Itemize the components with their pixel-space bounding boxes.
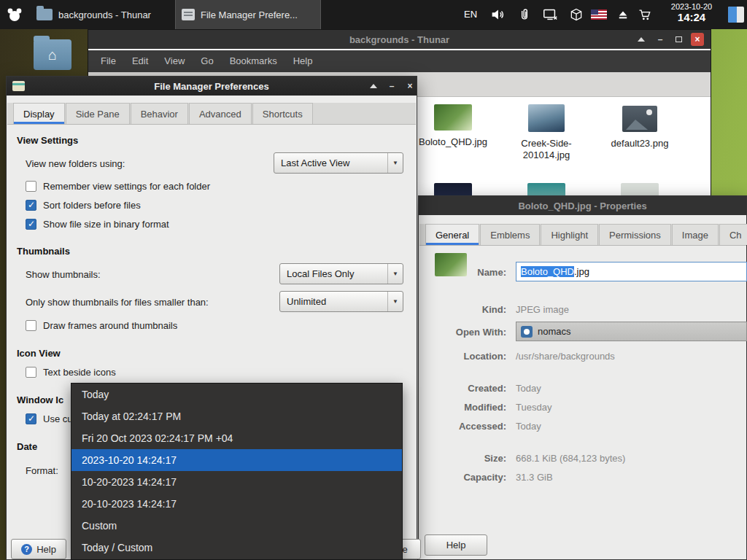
- file-item[interactable]: Creek-Side-201014.jpg: [506, 104, 587, 162]
- use-custom-checkbox[interactable]: Use cu: [26, 413, 72, 424]
- kind-label: Kind:: [426, 304, 506, 315]
- menu-item-iso-date[interactable]: 2023-10-20 14:24:17: [71, 449, 402, 471]
- preferences-titlebar[interactable]: File Manager Preferences – ×: [7, 77, 417, 96]
- menu-item-today[interactable]: Today: [71, 384, 402, 405]
- thunar-menubar: File Edit View Go Bookmarks Help: [88, 50, 711, 72]
- checkbox-icon[interactable]: [26, 181, 36, 192]
- properties-help-button[interactable]: Help: [425, 534, 487, 556]
- tab-highlight[interactable]: Highlight: [541, 224, 598, 245]
- tab-permissions[interactable]: Permissions: [599, 224, 671, 245]
- modified-value: Tuesday: [516, 402, 551, 413]
- open-with-dropdown[interactable]: nomacs: [516, 322, 747, 341]
- capacity-label: Capacity:: [426, 472, 506, 483]
- tab-emblems[interactable]: Emblems: [480, 224, 540, 245]
- show-thumbnails-dropdown[interactable]: Local Files Only: [279, 263, 403, 284]
- thunar-titlebar[interactable]: backgrounds - Thunar – ×: [88, 30, 711, 49]
- properties-titlebar[interactable]: Boloto_QHD.jpg - Properties: [419, 196, 746, 215]
- location-label: Location:: [426, 351, 506, 362]
- keyboard-layout-indicator[interactable]: EN: [460, 0, 481, 29]
- clock-time: 14:24: [678, 11, 705, 23]
- icon-view-heading: Icon View: [17, 348, 61, 359]
- menu-item-ddmmyyyy[interactable]: 20-10-2023 14:24:17: [71, 493, 402, 515]
- name-entry[interactable]: Boloto_QHD.jpg: [516, 262, 747, 281]
- tab-image[interactable]: Image: [672, 224, 719, 245]
- menu-view[interactable]: View: [156, 50, 193, 72]
- checkbox-icon[interactable]: [26, 219, 36, 230]
- location-value: /usr/share/backgrounds: [516, 351, 615, 362]
- window-icon: [182, 9, 195, 20]
- thumbnails-heading: Thumbnails: [17, 246, 70, 257]
- clipboard-paperclip-icon[interactable]: [516, 6, 533, 23]
- minimize-button[interactable]: –: [654, 33, 667, 46]
- maximize-button[interactable]: [672, 33, 685, 46]
- checkbox-icon[interactable]: [26, 320, 36, 331]
- close-button[interactable]: ×: [403, 79, 417, 93]
- properties-dialog: Boloto_QHD.jpg - Properties General Embl…: [418, 195, 747, 560]
- applications-menu-button[interactable]: [6, 6, 23, 23]
- clock-date: 2023-10-20: [671, 2, 712, 11]
- menu-item-mmddyyyy[interactable]: 10-20-2023 14:24:17: [71, 471, 402, 493]
- tab-side-pane[interactable]: Side Pane: [66, 103, 130, 124]
- help-question-icon: ?: [21, 544, 32, 555]
- file-thumbnail: [622, 106, 657, 132]
- eject-icon[interactable]: [614, 6, 632, 23]
- clock[interactable]: 2023-10-20 14:24: [660, 2, 723, 23]
- preferences-help-button[interactable]: ? Help: [11, 539, 66, 559]
- file-name: Creek-Side-201014.jpg: [514, 138, 578, 162]
- tab-advanced[interactable]: Advanced: [189, 103, 252, 124]
- whisker-menu-icon: [6, 6, 23, 23]
- menu-file[interactable]: File: [93, 50, 124, 72]
- new-folders-dropdown[interactable]: Last Active View: [274, 152, 403, 174]
- volume-icon[interactable]: [489, 6, 506, 23]
- created-value: Today: [516, 383, 541, 394]
- close-button[interactable]: ×: [691, 33, 704, 46]
- file-name: default23.png: [602, 138, 678, 149]
- draw-frames-checkbox[interactable]: Draw frames around thumbnails: [26, 320, 177, 331]
- checkbox-icon[interactable]: [26, 200, 36, 211]
- sort-folders-checkbox[interactable]: Sort folders before files: [26, 200, 141, 211]
- display-icon[interactable]: [541, 6, 559, 23]
- thumbnails-size-dropdown[interactable]: Unlimited: [279, 291, 403, 312]
- menu-item-today-custom[interactable]: Today / Custom: [71, 537, 402, 559]
- tab-truncated[interactable]: Ch: [719, 224, 747, 245]
- desktop-home-folder-icon[interactable]: ⌂: [34, 39, 71, 70]
- menu-help[interactable]: Help: [285, 50, 321, 72]
- shade-button[interactable]: [367, 79, 380, 93]
- name-label: Name:: [426, 267, 506, 278]
- tab-shortcuts[interactable]: Shortcuts: [252, 103, 313, 124]
- folder-icon: [36, 9, 53, 20]
- tab-behavior[interactable]: Behavior: [131, 103, 188, 124]
- size-value: 668.1 KiB (684,123 bytes): [516, 453, 625, 464]
- chevron-down-icon: [387, 264, 403, 284]
- shade-button[interactable]: [635, 33, 648, 46]
- us-flag-icon[interactable]: [591, 9, 607, 20]
- menu-item-today-at[interactable]: Today at 02:24:17 PM: [71, 405, 402, 427]
- binary-size-checkbox[interactable]: Show file size in binary format: [26, 219, 169, 230]
- name-extension: .jpg: [574, 266, 589, 277]
- accessed-value: Today: [516, 421, 541, 432]
- window-icons-heading: Window Ic: [17, 394, 63, 405]
- package-icon[interactable]: [568, 6, 585, 23]
- menu-go[interactable]: Go: [193, 50, 221, 72]
- checkbox-icon[interactable]: [26, 367, 36, 378]
- preferences-window-icon: [12, 81, 25, 91]
- minimize-button[interactable]: –: [385, 79, 398, 93]
- menu-item-custom[interactable]: Custom: [71, 515, 402, 537]
- maximize-icon: [676, 36, 682, 42]
- taskbar-button-preferences[interactable]: File Manager Prefere...: [175, 0, 321, 29]
- preferences-tabbar: Display Side Pane Behavior Advanced Shor…: [7, 103, 416, 125]
- checkbox-icon[interactable]: [26, 413, 36, 424]
- taskbar-button-thunar[interactable]: backgrounds - Thunar: [31, 0, 175, 29]
- cart-icon[interactable]: [636, 6, 654, 23]
- menu-bookmarks[interactable]: Bookmarks: [222, 50, 285, 72]
- text-beside-icons-checkbox[interactable]: Text beside icons: [26, 367, 116, 378]
- tab-general[interactable]: General: [425, 224, 479, 245]
- chevron-down-icon: [387, 153, 403, 173]
- tab-display[interactable]: Display: [13, 103, 65, 124]
- file-item[interactable]: default23.png: [599, 106, 681, 149]
- file-item[interactable]: Boloto_QHD.jpg: [412, 104, 494, 148]
- menu-item-long-date[interactable]: Fri 20 Oct 2023 02:24:17 PM +04: [71, 427, 402, 449]
- menu-edit[interactable]: Edit: [124, 50, 156, 72]
- remember-view-settings-checkbox[interactable]: Remember view settings for each folder: [26, 181, 210, 192]
- workspace-switcher-icon[interactable]: [728, 7, 744, 23]
